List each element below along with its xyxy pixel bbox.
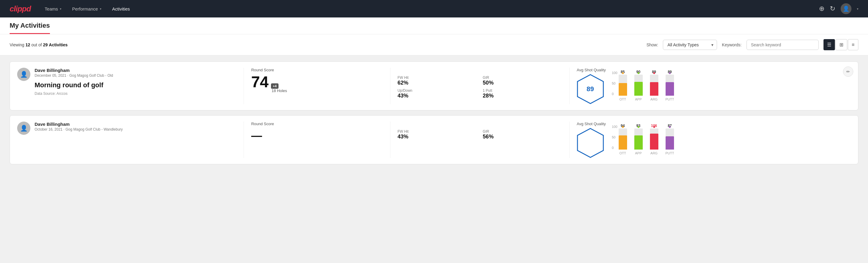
shot-quality-section: Avg Shot Quality 89 100 50 0 bbox=[577, 68, 851, 104]
activity-type-dropdown[interactable]: All Activity Types bbox=[663, 40, 717, 50]
compact-view-button[interactable]: ≡ bbox=[848, 39, 858, 50]
score-display: — bbox=[251, 128, 383, 141]
bar-app-label: APP bbox=[635, 97, 642, 101]
viewing-count: 12 bbox=[26, 42, 30, 47]
bar-ott-outer bbox=[619, 75, 627, 96]
score-badge: +4 bbox=[271, 83, 279, 89]
data-source: Data Source: Arccos bbox=[35, 91, 113, 96]
bar-putt-outer bbox=[665, 75, 674, 96]
chart-y-labels: 100 50 0 bbox=[612, 125, 618, 155]
bar-app-inner bbox=[634, 136, 643, 149]
page-title: My Activities bbox=[10, 22, 50, 34]
round-score-label: Round Score bbox=[251, 68, 383, 72]
grid-view-button[interactable]: ⊞ bbox=[836, 39, 847, 50]
refresh-icon[interactable]: ↻ bbox=[830, 5, 835, 12]
stat-updown-value: 43% bbox=[398, 93, 477, 99]
avatar-icon: 👤 bbox=[20, 124, 28, 132]
bar-arg-inner bbox=[650, 134, 658, 150]
bar-arg-label: ARG bbox=[651, 151, 658, 155]
score-value: — bbox=[251, 130, 262, 141]
nav-links: Teams ▾ Performance ▾ Activities bbox=[40, 4, 809, 14]
show-label: Show: bbox=[646, 42, 658, 47]
activity-card: 👤 Dave Billingham December 05, 2021 · Go… bbox=[10, 61, 858, 111]
bar-putt-inner bbox=[665, 82, 674, 95]
bar-putt-dot bbox=[669, 72, 671, 74]
bar-putt-label: PUTT bbox=[665, 97, 674, 101]
viewing-suffix: Activities bbox=[49, 42, 68, 47]
list-view-button[interactable]: ☰ bbox=[824, 39, 835, 50]
user-date: December 05, 2021 · Gog Magog Golf Club … bbox=[35, 74, 113, 78]
page-header: My Activities bbox=[0, 18, 868, 34]
bar-chart: 100 50 0 85 OTT bbox=[612, 71, 851, 101]
bar-ott-outer bbox=[619, 128, 627, 150]
stat-1putt: 1 Putt 28% bbox=[483, 88, 562, 99]
filter-bar: Viewing 12 out of 29 Activities Show: Al… bbox=[0, 34, 868, 55]
nav-performance[interactable]: Performance ▾ bbox=[68, 4, 105, 14]
bar-putt-inner bbox=[665, 136, 674, 149]
bar-putt: 89 PUTT bbox=[665, 70, 674, 101]
activity-title: Morning round of golf bbox=[35, 81, 113, 89]
card-divider bbox=[569, 122, 570, 158]
stat-1putt-value: 28% bbox=[483, 93, 562, 99]
score-badge-group: +4 18 Holes bbox=[271, 83, 287, 93]
bar-ott-inner bbox=[619, 136, 627, 150]
activities-content: 👤 Dave Billingham December 05, 2021 · Go… bbox=[0, 55, 868, 263]
bar-arg: 106 ARG bbox=[650, 124, 658, 155]
bar-ott-dot bbox=[622, 72, 624, 74]
card-divider bbox=[390, 68, 391, 104]
holes-label: 18 Holes bbox=[272, 88, 287, 93]
bar-chart: 100 50 0 94 OTT bbox=[612, 125, 851, 155]
user-name: Dave Billingham bbox=[35, 68, 113, 73]
bar-ott-dot bbox=[622, 126, 624, 128]
nav-activities[interactable]: Activities bbox=[108, 4, 134, 14]
pencil-icon: ✏ bbox=[846, 69, 850, 74]
user-info: Dave Billingham December 05, 2021 · Gog … bbox=[35, 68, 113, 96]
round-score-label: Round Score bbox=[251, 122, 383, 126]
app-logo: clippd bbox=[10, 4, 31, 13]
user-date: October 16, 2021 · Gog Magog Golf Club -… bbox=[35, 127, 123, 132]
stats-section: FW Hit 62% GIR 50% Up/Down 43% 1 Putt 28… bbox=[398, 76, 562, 99]
user-info: Dave Billingham October 16, 2021 · Gog M… bbox=[35, 122, 123, 135]
shot-quality-section: Avg Shot Quality 100 50 0 9 bbox=[577, 122, 851, 158]
card-divider bbox=[569, 68, 570, 104]
round-score-section: Round Score — bbox=[251, 122, 383, 141]
user-avatar-nav[interactable]: 👤 bbox=[841, 3, 851, 14]
stat-gir-label: GIR bbox=[483, 129, 562, 134]
bar-arg-label: ARG bbox=[651, 97, 658, 101]
bar-ott: 94 OTT bbox=[619, 124, 627, 155]
hexagon-score bbox=[577, 128, 604, 158]
round-score-section: Round Score 74 +4 18 Holes bbox=[251, 68, 383, 93]
add-icon[interactable]: ⊕ bbox=[819, 5, 825, 12]
stat-gir-value: 56% bbox=[483, 134, 562, 140]
bar-app: 93 APP bbox=[634, 124, 643, 155]
score-display: 74 +4 18 Holes bbox=[251, 74, 383, 93]
bar-app: 90 APP bbox=[634, 70, 643, 101]
bar-ott-label: OTT bbox=[620, 97, 626, 101]
user-chevron-icon: ▾ bbox=[857, 7, 858, 10]
bar-arg-dot bbox=[653, 72, 655, 74]
view-toggle: ☰ ⊞ ≡ bbox=[824, 39, 858, 50]
stat-gir-label: GIR bbox=[483, 76, 562, 80]
viewing-text: Viewing 12 out of 29 Activities bbox=[10, 42, 642, 47]
avatar: 👤 bbox=[17, 122, 30, 135]
bar-ott: 85 OTT bbox=[619, 70, 627, 101]
shot-quality-left: Avg Shot Quality 89 bbox=[577, 68, 606, 104]
search-input[interactable] bbox=[746, 40, 819, 50]
performance-chevron-icon: ▾ bbox=[100, 7, 101, 10]
stat-fw-hit: FW Hit 62% bbox=[398, 76, 477, 86]
stats-section: FW Hit 43% GIR 56% bbox=[398, 129, 562, 140]
nav-teams[interactable]: Teams ▾ bbox=[40, 4, 66, 14]
bar-arg-inner bbox=[650, 82, 658, 95]
card-divider bbox=[244, 68, 244, 104]
score-value: 74 bbox=[251, 74, 269, 90]
hexagon-score: 89 bbox=[577, 74, 604, 104]
card-left: 👤 Dave Billingham December 05, 2021 · Go… bbox=[17, 68, 237, 96]
bar-arg-dot bbox=[653, 126, 655, 128]
activity-type-dropdown-wrapper: All Activity Types bbox=[663, 40, 717, 50]
stat-gir: GIR 56% bbox=[483, 129, 562, 140]
edit-button[interactable]: ✏ bbox=[843, 66, 853, 77]
bar-putt-dot bbox=[669, 126, 671, 128]
user-icon: 👤 bbox=[843, 5, 849, 12]
stat-updown-label: Up/Down bbox=[398, 88, 477, 93]
viewing-total: 29 bbox=[43, 42, 48, 47]
